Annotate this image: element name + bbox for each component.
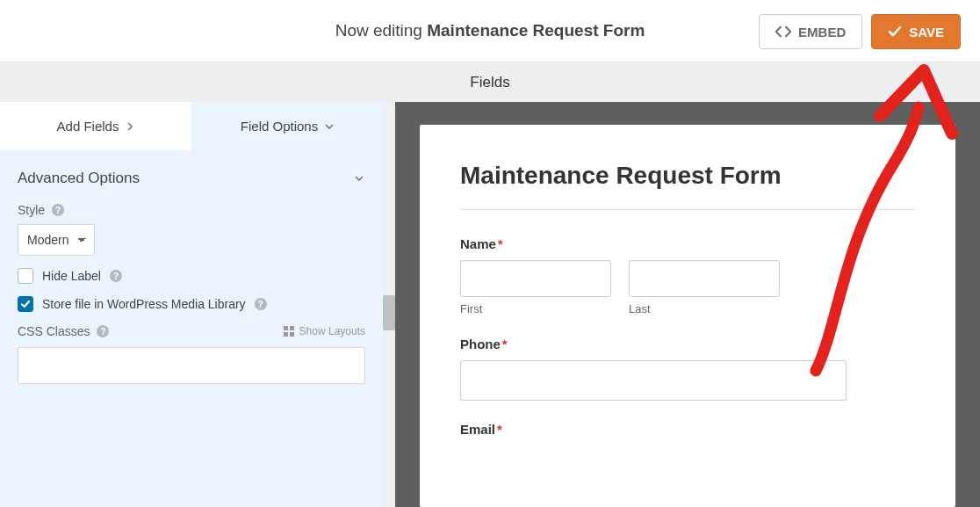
editing-prefix: Now editing [335,21,428,40]
grid-icon [284,326,294,337]
first-sublabel: First [460,302,611,315]
code-icon [775,25,791,38]
editing-title: Now editing Maintenance Request Form [335,21,645,40]
phone-input[interactable] [460,360,847,401]
form-divider [460,209,915,210]
svg-rect-2 [284,332,288,337]
panel-header: Fields [0,62,980,102]
form-card: Maintenance Request Form Name* First Las… [420,125,955,507]
sidebar-scrollbar[interactable] [383,102,395,507]
last-sublabel: Last [629,302,780,315]
style-label: Style ? [18,203,365,217]
top-bar: Now editing Maintenance Request Form EMB… [0,0,980,62]
first-name-input[interactable] [460,260,611,297]
chevron-down-icon [325,122,334,131]
style-row: Style ? Modern [18,203,365,256]
form-title: Maintenance Request Form [460,162,915,190]
preview-panel: Maintenance Request Form Name* First Las… [395,102,980,507]
svg-rect-0 [284,326,288,330]
check-icon [888,25,902,39]
save-button[interactable]: SAVE [871,14,961,49]
embed-button[interactable]: EMBED [759,14,862,49]
help-icon[interactable]: ? [110,270,122,282]
email-field[interactable]: Email* [460,422,915,437]
css-classes-row: CSS Classes ? Show Layouts [18,324,365,384]
tab-add-fields[interactable]: Add Fields [0,102,191,150]
style-label-text: Style [18,203,45,217]
scrollbar-thumb[interactable] [383,295,395,330]
phone-label: Phone* [460,337,915,351]
sidebar: Add Fields Field Options Advanced Option… [0,102,383,507]
name-field[interactable]: Name* First Last [460,236,915,315]
email-label: Email* [460,422,915,437]
help-icon[interactable]: ? [255,298,267,310]
tab-add-label: Add Fields [57,119,119,134]
tab-field-options[interactable]: Field Options [191,102,383,150]
form-name: Maintenance Request Form [427,21,645,40]
hide-label-checkbox[interactable] [18,268,33,284]
svg-rect-3 [290,332,294,337]
tab-options-label: Field Options [241,119,318,134]
css-classes-input[interactable] [18,347,365,384]
main: Add Fields Field Options Advanced Option… [0,102,980,507]
chevron-down-icon [355,174,364,183]
hide-label-row[interactable]: Hide Label ? [18,268,365,284]
advanced-options-label: Advanced Options [18,170,140,187]
show-layouts-label: Show Layouts [299,325,365,337]
sidebar-tabs: Add Fields Field Options [0,102,383,150]
help-icon[interactable]: ? [52,204,64,216]
svg-rect-1 [290,326,294,330]
css-classes-label-text: CSS Classes [18,324,90,338]
style-select[interactable]: Modern [18,224,95,256]
store-media-checkbox[interactable] [18,296,33,312]
top-actions: EMBED SAVE [759,14,961,49]
last-name-input[interactable] [629,260,780,297]
name-label: Name* [460,236,915,251]
chevron-right-icon [126,122,134,131]
phone-field[interactable]: Phone* [460,337,915,401]
panel-header-label: Fields [470,74,509,91]
help-icon[interactable]: ? [97,325,109,337]
store-media-text: Store file in WordPress Media Library [42,297,246,311]
embed-label: EMBED [798,25,846,40]
hide-label-text: Hide Label [42,269,101,283]
advanced-options-body: Style ? Modern Hide Label ? Store file i… [0,203,383,402]
store-media-row[interactable]: Store file in WordPress Media Library ? [18,296,365,312]
show-layouts-link[interactable]: Show Layouts [284,325,365,337]
save-label: SAVE [909,25,944,40]
advanced-options-header[interactable]: Advanced Options [0,150,383,203]
